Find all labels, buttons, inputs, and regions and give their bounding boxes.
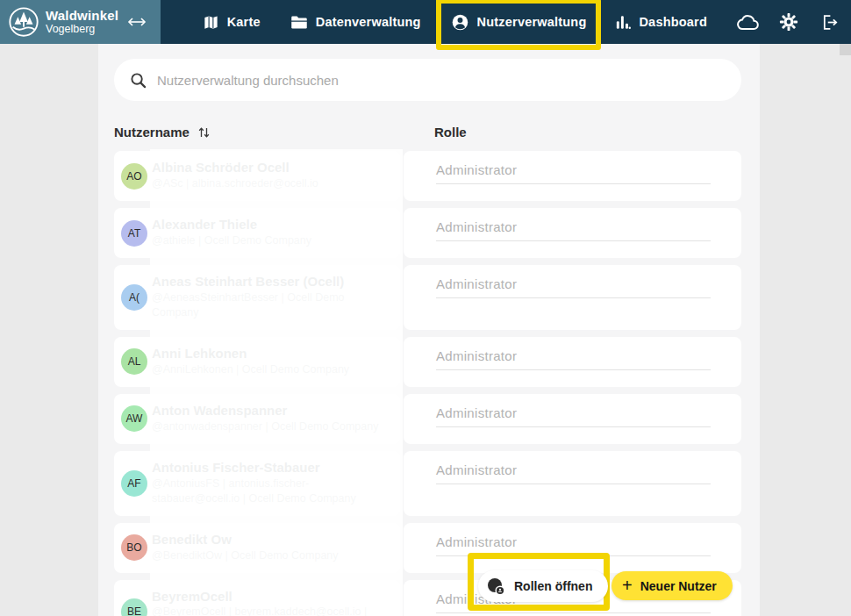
role-value: Administrator	[436, 405, 711, 420]
role-card: Administrator	[404, 394, 741, 444]
role-card: Administrator	[404, 208, 741, 258]
user-card[interactable]: AL Anni Lehkonen @AnniLehkonen | Ocell D…	[114, 337, 400, 387]
role-select-underline	[436, 240, 711, 241]
user-info: Alexander Thiele @athiele | Ocell Demo C…	[152, 217, 311, 248]
role-card: Administrator	[404, 265, 741, 330]
column-header-rolle: Rolle	[434, 125, 467, 140]
role-card: Administrator	[404, 337, 741, 387]
user-card[interactable]: BE BeyremOcell @BeyremOcell | beyrem.kad…	[114, 580, 400, 616]
user-card[interactable]: AF Antonius Fischer-Stabauer @AntoniusFS…	[114, 451, 400, 516]
user-name: Albina Schröder Ocell	[152, 160, 318, 176]
user-card[interactable]: A( Aneas Steinhart Besser (Ocell) @Aenea…	[114, 265, 400, 330]
avatar: AL	[121, 348, 147, 375]
sort-button[interactable]	[198, 126, 210, 139]
role-select[interactable]: Administrator	[436, 405, 711, 427]
user-info: BeyremOcell @BeyremOcell | beyrem.kaddec…	[152, 589, 391, 616]
user-card[interactable]: BO Benedikt Ow @BenediktOw | Ocell Demo …	[114, 523, 400, 573]
search-input[interactable]	[157, 73, 726, 88]
user-handle: @AntoniusFS | antonius.fischer-stabauer@…	[152, 476, 391, 507]
user-handle: @ASc | albina.schroeder@ocell.io	[152, 176, 318, 192]
avatar: AW	[121, 405, 147, 432]
table-header-row: Nutzername Rolle	[114, 125, 741, 144]
avatar: AF	[121, 470, 147, 497]
role-value: Administrator	[436, 348, 711, 363]
avatar: A(	[121, 284, 147, 311]
role-select-underline	[436, 612, 711, 613]
avatar: BO	[121, 534, 147, 561]
nav-label-dashboard: Dashboard	[639, 15, 707, 29]
role-value: Administrator	[436, 276, 711, 291]
user-info: Antonius Fischer-Stabauer @AntoniusFS | …	[152, 460, 391, 507]
user-name: Alexander Thiele	[152, 217, 311, 233]
folder-icon	[290, 15, 308, 30]
table-row: AT Alexander Thiele @athiele | Ocell Dem…	[114, 208, 741, 258]
user-handle: @AeneasSteinhartBesser | Ocell Demo Comp…	[152, 290, 391, 321]
app-subtitle: Vogelberg	[46, 23, 118, 35]
user-management-page: Waldwinkel Vogelberg Karte	[0, 0, 851, 616]
search-icon	[130, 72, 147, 89]
search-bar	[114, 59, 741, 101]
avatar: AT	[121, 220, 147, 247]
new-user-button[interactable]: + Neuer Nutzer	[611, 571, 733, 600]
main-nav: Karte Datenverwaltung Nutzerverwaltung	[161, 0, 851, 44]
table-row: AF Antonius Fischer-Stabauer @AntoniusFS…	[114, 451, 741, 516]
role-select-underline	[436, 297, 711, 298]
scrollbar-corner[interactable]	[840, 44, 851, 55]
collapse-sidebar-button[interactable]	[124, 9, 150, 35]
app-title-block: Waldwinkel Vogelberg	[46, 8, 118, 36]
user-info: Benedikt Ow @BenediktOw | Ocell Demo Com…	[152, 532, 339, 563]
column-header-nutzername: Nutzername	[114, 125, 210, 140]
left-right-arrow-icon	[126, 16, 147, 28]
table-row: A( Aneas Steinhart Besser (Ocell) @Aenea…	[114, 265, 741, 330]
nav-item-datenverwaltung[interactable]: Datenverwaltung	[290, 15, 421, 30]
table-row: AL Anni Lehkonen @AnniLehkonen | Ocell D…	[114, 337, 741, 387]
settings-button[interactable]	[777, 11, 800, 33]
role-user-badge-icon	[487, 577, 505, 596]
user-card[interactable]: AW Anton Wadenspanner @antonwadenspanner…	[114, 394, 400, 444]
user-handle: @AnniLehkonen | Ocell Demo Company	[152, 362, 349, 378]
role-select-underline	[436, 183, 711, 184]
role-select[interactable]: Administrator	[436, 534, 711, 556]
nav-item-dashboard[interactable]: Dashboard	[616, 14, 707, 30]
nav-label-datenverwaltung: Datenverwaltung	[316, 15, 421, 29]
role-select[interactable]: Administrator	[436, 462, 711, 484]
role-card: Administrator	[404, 151, 741, 201]
avatar: BE	[121, 598, 147, 616]
logout-button[interactable]	[818, 11, 840, 33]
table-row: AO Albina Schröder Ocell @ASc | albina.s…	[114, 151, 741, 201]
user-info: Anni Lehkonen @AnniLehkonen | Ocell Demo…	[152, 346, 349, 377]
nav-item-karte[interactable]: Karte	[203, 14, 261, 31]
user-name: Benedikt Ow	[152, 532, 339, 548]
app-title: Waldwinkel	[46, 8, 118, 23]
table-row: AW Anton Wadenspanner @antonwadenspanner…	[114, 394, 741, 444]
user-info: Anton Wadenspanner @antonwadenspanner | …	[152, 403, 378, 434]
user-handle: @athiele | Ocell Demo Company	[152, 233, 311, 249]
open-roles-button[interactable]: Rollen öffnen	[478, 570, 608, 602]
role-value: Administrator	[436, 219, 711, 234]
user-card[interactable]: AO Albina Schröder Ocell @ASc | albina.s…	[114, 151, 400, 201]
plus-icon: +	[622, 577, 633, 594]
nav-item-nutzerverwaltung[interactable]: Nutzerverwaltung	[451, 13, 587, 32]
user-handle: @antonwadenspanner | Ocell Demo Company	[152, 419, 378, 435]
table-row: BO Benedikt Ow @BenediktOw | Ocell Demo …	[114, 523, 741, 573]
role-value: Administrator	[436, 162, 711, 177]
role-select[interactable]: Administrator	[436, 276, 711, 298]
role-select[interactable]: Administrator	[436, 219, 711, 241]
users-circle-icon	[451, 13, 469, 32]
user-name: BeyremOcell	[152, 589, 391, 605]
role-value: Administrator	[436, 534, 711, 549]
role-select[interactable]: Administrator	[436, 348, 711, 370]
bar-chart-icon	[616, 14, 631, 30]
role-select-underline	[436, 369, 711, 370]
user-name: Anton Wadenspanner	[152, 403, 378, 419]
gear-icon	[779, 12, 798, 32]
forest-logo-icon	[7, 5, 40, 39]
open-roles-label: Rollen öffnen	[514, 579, 592, 593]
cloud-sync-button[interactable]	[737, 11, 760, 33]
user-info: Albina Schröder Ocell @ASc | albina.schr…	[152, 160, 318, 191]
nav-label-karte: Karte	[227, 15, 261, 29]
nav-label-nutzerverwaltung: Nutzerverwaltung	[477, 15, 587, 29]
user-card[interactable]: AT Alexander Thiele @athiele | Ocell Dem…	[114, 208, 400, 258]
role-select[interactable]: Administrator	[436, 162, 711, 184]
map-icon	[203, 14, 219, 31]
